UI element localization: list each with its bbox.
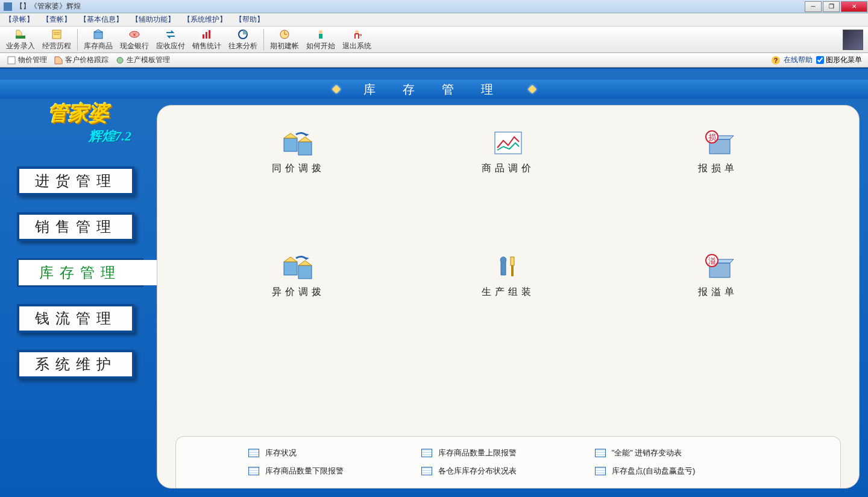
- close-button[interactable]: ✕: [841, 1, 867, 12]
- link-warehouse-dist[interactable]: 各仓库库存分布状况表: [421, 466, 594, 476]
- svg-rect-11: [209, 30, 210, 39]
- tb-history[interactable]: 经营历程: [39, 27, 75, 52]
- window-controls: ─ ❐ ✕: [804, 1, 868, 12]
- tb2-price-manage[interactable]: 物价管理: [4, 54, 51, 66]
- table-icon: [595, 467, 606, 475]
- separator: [77, 29, 78, 51]
- fn-same-price-transfer[interactable]: 同价调拨: [193, 130, 403, 175]
- menubar: 【录帐】 【查帐】 【基本信息】 【辅助功能】 【系统维护】 【帮助】: [0, 13, 868, 27]
- graphic-menu-toggle[interactable]: 图形化菜单: [816, 55, 862, 65]
- warehouse-swap-icon: [281, 130, 315, 156]
- link-lower-alarm[interactable]: 库存商品数量下限报警: [248, 466, 421, 476]
- tb-cash[interactable]: ¥现金银行: [116, 27, 153, 52]
- pencil-icon: [14, 28, 27, 40]
- content-panel: 同价调拨 商品调价 损 报损单 异价调拨 生产组装 溢 报溢单: [157, 105, 860, 489]
- clock-icon: [278, 28, 291, 40]
- tb-business-input[interactable]: 业务录入: [2, 27, 39, 52]
- link-stock-status[interactable]: 库存状况: [248, 448, 421, 458]
- price-chart-icon: [491, 130, 525, 156]
- svg-rect-17: [319, 34, 322, 39]
- menu-system[interactable]: 【系统维护】: [183, 14, 227, 25]
- window-title: 【】《管家婆》辉煌: [16, 1, 804, 11]
- svg-rect-37: [511, 257, 514, 265]
- doc-icon: [7, 56, 16, 65]
- svg-rect-27: [495, 132, 521, 154]
- tb-initial[interactable]: 期初建帐: [266, 27, 303, 52]
- menu-query[interactable]: 【查帐】: [42, 14, 71, 25]
- tb-howto[interactable]: 如何开始: [303, 27, 339, 52]
- money-icon: ¥: [128, 28, 140, 40]
- table-icon: [421, 467, 432, 475]
- svg-rect-32: [284, 262, 297, 275]
- warehouse-swap-icon: [281, 253, 315, 280]
- exit-icon: [351, 28, 363, 40]
- svg-marker-23: [284, 133, 297, 138]
- table-icon: [421, 449, 432, 457]
- svg-text:¥: ¥: [133, 32, 136, 37]
- svg-marker-20: [55, 57, 62, 64]
- sidebar-item-purchase[interactable]: 进货管理: [17, 166, 134, 195]
- sidebar-item-sales[interactable]: 销售管理: [17, 212, 134, 241]
- link-upper-alarm[interactable]: 库存商品数量上限报警: [421, 448, 594, 458]
- online-help-link[interactable]: 在线帮助: [784, 55, 813, 65]
- tb-inventory[interactable]: 库存商品: [80, 27, 116, 52]
- svg-marker-35: [298, 261, 312, 265]
- separator: [263, 29, 264, 51]
- toolbar-secondary: 物价管理 客户价格跟踪 生产模板管理 ? 在线帮助 图形化菜单: [0, 53, 868, 68]
- logo-main: 管家婆: [48, 100, 109, 127]
- svg-rect-9: [203, 34, 204, 39]
- main-area: 库 存 管 理 管家婆 辉煌7.2 进货管理 销售管理 库存管理 钱流管理 系统…: [0, 68, 868, 497]
- menu-basic[interactable]: 【基本信息】: [80, 14, 123, 25]
- svg-rect-24: [298, 142, 312, 155]
- svg-marker-33: [284, 257, 297, 262]
- sidebar-item-system[interactable]: 系统维护: [17, 350, 134, 379]
- svg-rect-0: [16, 36, 25, 39]
- tag-icon: [54, 56, 63, 65]
- tb2-production-template[interactable]: 生产模板管理: [112, 54, 174, 66]
- table-icon: [595, 449, 606, 457]
- logo-sub: 辉煌7.2: [89, 127, 132, 145]
- loss-box-icon: 损: [701, 130, 735, 156]
- svg-rect-34: [298, 265, 312, 279]
- menu-help[interactable]: 【帮助】: [235, 14, 264, 25]
- logo: 管家婆 辉煌7.2: [13, 95, 143, 150]
- svg-rect-38: [511, 265, 514, 276]
- fn-production-assembly[interactable]: 生产组装: [403, 253, 613, 299]
- link-all-change[interactable]: "全能" 进销存变动表: [595, 448, 768, 458]
- fn-price-adjust[interactable]: 商品调价: [403, 130, 613, 175]
- person-icon: [315, 28, 327, 40]
- menu-aux[interactable]: 【辅助功能】: [131, 14, 175, 25]
- table-icon: [248, 467, 259, 475]
- function-grid: 同价调拨 商品调价 损 报损单 异价调拨 生产组装 溢 报溢单: [157, 106, 859, 305]
- svg-rect-19: [8, 57, 15, 64]
- svg-point-21: [117, 57, 123, 63]
- help-icon[interactable]: ?: [772, 56, 780, 65]
- graphic-menu-checkbox[interactable]: [816, 56, 824, 64]
- svg-marker-25: [298, 137, 312, 142]
- svg-point-16: [319, 30, 322, 34]
- tb2-customer-price[interactable]: 客户价格跟踪: [51, 54, 112, 66]
- fn-loss-report[interactable]: 损 报损单: [613, 130, 823, 175]
- fn-diff-price-transfer[interactable]: 异价调拨: [193, 253, 403, 299]
- analysis-icon: [237, 28, 249, 40]
- svg-marker-6: [94, 30, 102, 32]
- tb-exit[interactable]: 退出系统: [339, 27, 375, 52]
- gear-icon: [116, 56, 124, 65]
- menu-record[interactable]: 【录帐】: [5, 14, 34, 25]
- maximize-button[interactable]: ❐: [823, 1, 840, 12]
- titlebar: 【】《管家婆》辉煌 ─ ❐ ✕: [0, 0, 868, 13]
- fn-overflow-report[interactable]: 溢 报溢单: [613, 253, 823, 299]
- diamond-icon: [527, 85, 536, 93]
- svg-text:溢: 溢: [708, 256, 716, 265]
- sidebar-item-cashflow[interactable]: 钱流管理: [17, 304, 134, 333]
- link-stock-check[interactable]: 库存盘点(自动盘赢盘亏): [595, 466, 768, 476]
- tb-analysis[interactable]: 往来分析: [225, 27, 261, 52]
- tb-sales-stat[interactable]: 销售统计: [189, 27, 225, 52]
- sidebar-item-inventory[interactable]: 库存管理: [17, 258, 143, 287]
- bottom-links-panel: 库存状况 库存商品数量上限报警 "全能" 进销存变动表 库存商品数量下限报警 各…: [175, 436, 841, 488]
- table-icon: [248, 449, 259, 457]
- minimize-button[interactable]: ─: [805, 1, 822, 12]
- diamond-icon: [332, 85, 340, 93]
- box-icon: [92, 28, 104, 40]
- tb-receivable[interactable]: 应收应付: [153, 27, 189, 52]
